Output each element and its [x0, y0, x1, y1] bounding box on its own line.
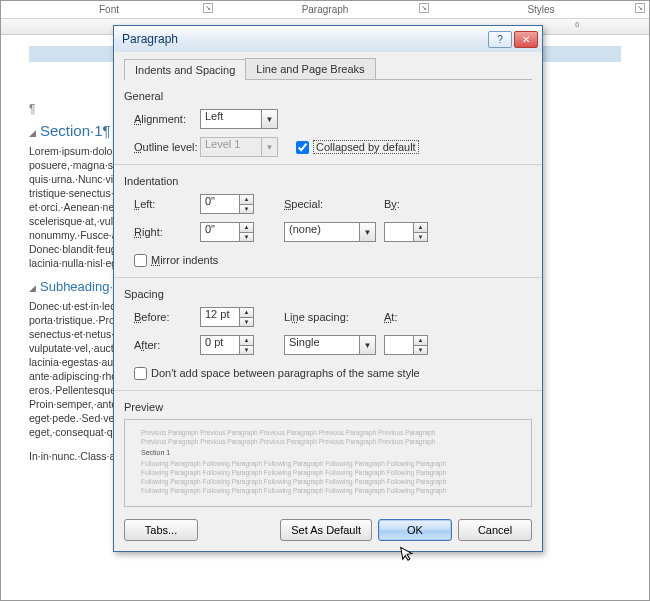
chevron-down-icon[interactable]: ▼ — [360, 222, 376, 242]
before-spinner[interactable]: 12 pt ▲▼ — [200, 307, 254, 327]
ok-button[interactable]: OK — [378, 519, 452, 541]
close-icon: ✕ — [522, 34, 530, 45]
set-as-default-button[interactable]: Set As Default — [280, 519, 372, 541]
indent-right-spinner[interactable]: 0" ▲▼ — [200, 222, 254, 242]
spin-down-icon[interactable]: ▼ — [240, 317, 254, 328]
dialog-tabs: Indents and Spacing Line and Page Breaks — [124, 58, 532, 80]
special-select[interactable]: (none) ▼ — [284, 222, 376, 242]
mirror-indents-checkbox[interactable] — [134, 254, 147, 267]
dialog-title: Paragraph — [122, 32, 178, 46]
ribbon-group-labels: Font↘ Paragraph↘ Styles↘ — [1, 1, 649, 19]
tabs-button[interactable]: Tabs... — [124, 519, 198, 541]
group-title-spacing: Spacing — [124, 288, 532, 300]
indent-right-label: Right: — [124, 226, 200, 238]
no-space-same-style-label: Don't add space between paragraphs of th… — [151, 367, 420, 379]
after-spinner[interactable]: 0 pt ▲▼ — [200, 335, 254, 355]
group-title-general: General — [124, 90, 532, 102]
preview-sample-text: Section 1 — [141, 448, 515, 457]
chevron-down-icon[interactable]: ▼ — [360, 335, 376, 355]
group-title-indentation: Indentation — [124, 175, 532, 187]
before-label: Before: — [124, 311, 200, 323]
dialog-launcher-icon[interactable]: ↘ — [419, 3, 429, 13]
outline-level-select: Level 1 ▼ — [200, 137, 278, 157]
group-spacing: Spacing Before: 12 pt ▲▼ Line spacing: A… — [124, 288, 532, 384]
group-preview: Preview Previous Paragraph Previous Para… — [124, 401, 532, 507]
by-spinner[interactable]: ▲▼ — [384, 222, 428, 242]
chevron-down-icon: ▼ — [262, 137, 278, 157]
outline-level-label: Outline level: — [124, 141, 200, 153]
spin-up-icon[interactable]: ▲ — [240, 307, 254, 317]
spin-up-icon[interactable]: ▲ — [414, 222, 428, 232]
collapsed-by-default-label: Collapsed by default — [313, 140, 419, 154]
ribbon-group-styles: Styles↘ — [433, 1, 649, 18]
by-label: By: — [384, 198, 400, 210]
dialog-button-row: Tabs... Set As Default OK Cancel — [124, 519, 532, 541]
spin-down-icon[interactable]: ▼ — [240, 204, 254, 215]
tab-indents-spacing[interactable]: Indents and Spacing — [124, 59, 246, 80]
group-indentation: Indentation Left: 0" ▲▼ Special: By: Rig… — [124, 175, 532, 271]
close-button[interactable]: ✕ — [514, 31, 538, 48]
after-label: After: — [124, 339, 200, 351]
collapse-triangle-icon[interactable]: ◢ — [29, 283, 36, 293]
mirror-indents-label: Mirror indents — [151, 254, 218, 266]
spin-down-icon[interactable]: ▼ — [414, 232, 428, 243]
chevron-down-icon[interactable]: ▼ — [262, 109, 278, 129]
spin-up-icon[interactable]: ▲ — [240, 335, 254, 345]
alignment-select[interactable]: Left ▼ — [200, 109, 278, 129]
spin-down-icon[interactable]: ▼ — [240, 345, 254, 356]
preview-box: Previous Paragraph Previous Paragraph Pr… — [124, 419, 532, 507]
tab-line-page-breaks[interactable]: Line and Page Breaks — [245, 58, 375, 79]
collapsed-by-default-checkbox[interactable] — [296, 141, 309, 154]
cancel-button[interactable]: Cancel — [458, 519, 532, 541]
help-icon: ? — [497, 34, 503, 45]
special-label: Special: — [284, 198, 364, 210]
line-spacing-select[interactable]: Single ▼ — [284, 335, 376, 355]
spin-up-icon[interactable]: ▲ — [414, 335, 428, 345]
group-general: General Alignment: Left ▼ Outline level:… — [124, 90, 532, 158]
group-title-preview: Preview — [124, 401, 532, 413]
spin-down-icon[interactable]: ▼ — [414, 345, 428, 356]
spin-down-icon[interactable]: ▼ — [240, 232, 254, 243]
at-label: At: — [384, 311, 397, 323]
ribbon-group-font: Font↘ — [1, 1, 217, 18]
dialog-titlebar[interactable]: Paragraph ? ✕ — [114, 26, 542, 52]
line-spacing-label: Line spacing: — [284, 311, 364, 323]
help-button[interactable]: ? — [488, 31, 512, 48]
ribbon-group-paragraph: Paragraph↘ — [217, 1, 433, 18]
indent-left-label: Left: — [124, 198, 200, 210]
spin-up-icon[interactable]: ▲ — [240, 194, 254, 204]
no-space-same-style-checkbox[interactable] — [134, 367, 147, 380]
ruler-mark-6: 6 — [575, 20, 579, 29]
dialog-launcher-icon[interactable]: ↘ — [635, 3, 645, 13]
dialog-launcher-icon[interactable]: ↘ — [203, 3, 213, 13]
paragraph-dialog: Paragraph ? ✕ Indents and Spacing Line a… — [113, 25, 543, 552]
at-spinner[interactable]: ▲▼ — [384, 335, 428, 355]
indent-left-spinner[interactable]: 0" ▲▼ — [200, 194, 254, 214]
collapse-triangle-icon[interactable]: ◢ — [29, 128, 36, 138]
spin-up-icon[interactable]: ▲ — [240, 222, 254, 232]
alignment-label: Alignment: — [124, 113, 200, 125]
